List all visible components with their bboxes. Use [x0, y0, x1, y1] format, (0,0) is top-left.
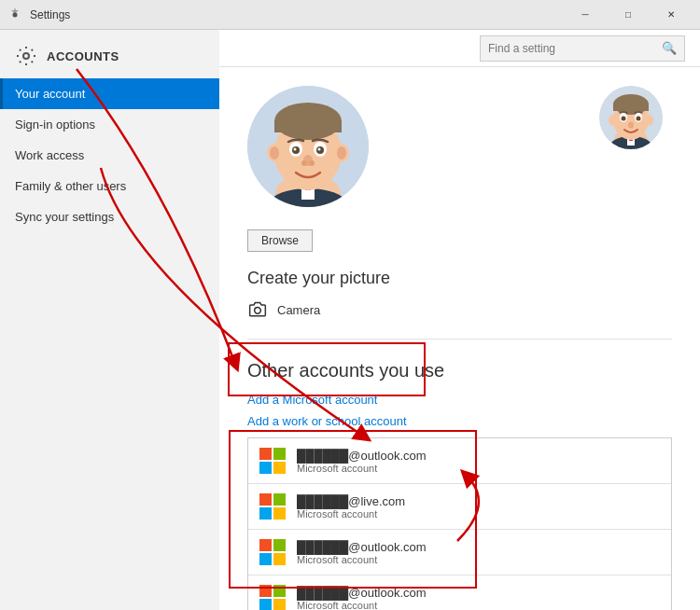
svg-point-1	[23, 53, 29, 59]
logo-green	[273, 539, 286, 551]
avatar-small	[599, 86, 663, 149]
add-work-account-link[interactable]: Add a work or school account	[247, 414, 672, 428]
account-info-3: ██████@outlook.com Microsoft account	[297, 586, 427, 611]
logo-green	[273, 585, 286, 597]
title-bar: Settings ─ □ ✕	[0, 0, 700, 30]
logo-green	[273, 448, 286, 460]
logo-blue	[259, 462, 272, 474]
add-microsoft-account-link[interactable]: Add a Microsoft account	[247, 393, 672, 407]
account-item-0[interactable]: ██████@outlook.com Microsoft account	[248, 438, 671, 484]
camera-icon	[247, 299, 268, 320]
account-item-3[interactable]: ██████@outlook.com Microsoft account	[248, 575, 671, 610]
accounts-list: ██████@outlook.com Microsoft account ███…	[247, 437, 672, 610]
search-box[interactable]: 🔍	[480, 35, 685, 62]
content-area: 🔍	[219, 30, 700, 610]
microsoft-logo-0	[259, 448, 286, 474]
account-type-2: Microsoft account	[297, 554, 427, 565]
maximize-button[interactable]: □	[607, 0, 650, 30]
logo-green	[273, 493, 286, 506]
camera-label: Camera	[277, 303, 320, 317]
microsoft-logo-1	[259, 493, 286, 520]
account-item-2[interactable]: ██████@outlook.com Microsoft account	[248, 530, 671, 575]
sidebar-item-your-account[interactable]: Your account	[0, 78, 219, 109]
svg-point-19	[301, 160, 307, 166]
app-title: ACCOUNTS	[47, 49, 119, 63]
logo-yellow	[273, 599, 286, 610]
svg-point-29	[609, 115, 618, 126]
microsoft-logo-2	[259, 539, 286, 565]
sidebar-item-work-access[interactable]: Work access	[0, 140, 219, 171]
svg-point-36	[637, 117, 641, 121]
sidebar-nav: Your account Sign-in options Work access…	[0, 78, 219, 232]
sidebar-header: ACCOUNTS	[0, 30, 219, 78]
microsoft-logo-3	[259, 585, 286, 610]
svg-point-37	[628, 122, 634, 129]
account-email-1: ██████@live.com	[297, 494, 405, 508]
logo-red	[259, 448, 272, 460]
window-title: Settings	[30, 8, 564, 21]
svg-rect-11	[274, 121, 342, 132]
logo-red	[259, 539, 272, 551]
account-email-0: ██████@outlook.com	[297, 449, 427, 463]
logo-blue	[259, 507, 272, 520]
other-accounts-title: Other accounts you use	[247, 354, 672, 381]
logo-yellow	[273, 462, 286, 474]
svg-point-17	[318, 148, 321, 151]
search-icon: 🔍	[662, 41, 677, 55]
svg-point-22	[337, 146, 346, 159]
sidebar: ACCOUNTS Your account Sign-in options Wo…	[0, 30, 219, 610]
svg-point-35	[622, 117, 626, 121]
svg-point-21	[270, 146, 279, 159]
close-button[interactable]: ✕	[650, 0, 693, 30]
gear-icon	[15, 45, 37, 67]
account-info-2: ██████@outlook.com Microsoft account	[297, 540, 427, 565]
logo-blue	[259, 599, 272, 610]
account-info-1: ██████@live.com Microsoft account	[297, 494, 405, 520]
account-type-0: Microsoft account	[297, 463, 427, 474]
content-scroll: Browse Create your picture Camera Other …	[219, 67, 700, 610]
account-email-2: ██████@outlook.com	[297, 540, 427, 554]
camera-row: Camera	[247, 299, 672, 320]
profile-section	[247, 67, 672, 222]
sidebar-item-sync-settings[interactable]: Sync your settings	[0, 201, 219, 232]
svg-point-38	[255, 308, 261, 314]
sidebar-item-sign-in[interactable]: Sign-in options	[0, 109, 219, 140]
logo-red	[259, 585, 272, 597]
topbar: 🔍	[219, 30, 700, 67]
svg-point-20	[309, 160, 315, 166]
account-type-3: Microsoft account	[297, 600, 427, 611]
search-input[interactable]	[488, 42, 656, 55]
svg-point-30	[644, 115, 653, 126]
account-info-0: ██████@outlook.com Microsoft account	[297, 449, 427, 474]
window-controls: ─ □ ✕	[564, 0, 693, 30]
account-email-3: ██████@outlook.com	[297, 586, 427, 600]
svg-point-16	[294, 148, 297, 151]
logo-red	[259, 493, 272, 506]
separator	[247, 339, 672, 340]
browse-button[interactable]: Browse	[247, 229, 313, 252]
main-container: ACCOUNTS Your account Sign-in options Wo…	[0, 30, 700, 610]
create-picture-title: Create your picture	[247, 269, 672, 288]
avatar-main	[247, 86, 369, 207]
minimize-button[interactable]: ─	[564, 0, 607, 30]
account-type-1: Microsoft account	[297, 508, 405, 520]
svg-rect-32	[613, 104, 649, 111]
logo-yellow	[273, 553, 286, 565]
account-item-1[interactable]: ██████@live.com Microsoft account	[248, 484, 671, 530]
logo-blue	[259, 553, 272, 565]
settings-icon	[7, 7, 22, 22]
logo-yellow	[273, 507, 286, 520]
sidebar-item-family-users[interactable]: Family & other users	[0, 171, 219, 201]
